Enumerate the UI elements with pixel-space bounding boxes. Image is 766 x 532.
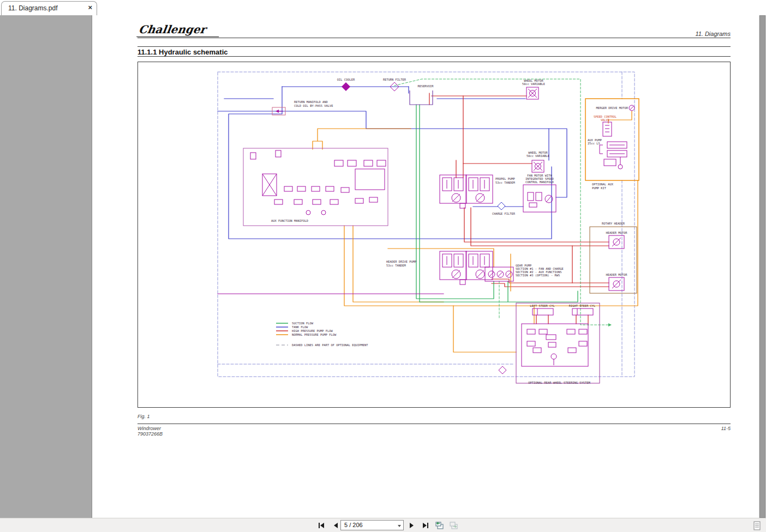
svg-text:DASHED LINES ARE PART OF OPTIO: DASHED LINES ARE PART OF OPTIONAL EQUIPM…	[292, 343, 368, 347]
document-outline-icon	[753, 521, 761, 530]
svg-text:MERGER DRIVE MOTOR: MERGER DRIVE MOTOR	[596, 106, 629, 110]
footer-page-ref: 11-5	[137, 426, 731, 431]
first-page-icon	[318, 522, 325, 529]
fan-motor-manifold: FAN MOTOR WITH INTEGRATED SPEED CONTROL …	[523, 174, 556, 212]
svg-text:OPTIONAL REAR WHEEL STEERING S: OPTIONAL REAR WHEEL STEERING SYSTEM	[528, 381, 590, 384]
rear-wheel-steering: LEFT STEER CYL RIGHT STEER CYL OPTIONAL …	[499, 303, 600, 384]
optional-suction-path	[394, 79, 612, 327]
reservoir: RESERVOIR	[410, 84, 434, 105]
next-page-icon	[408, 522, 416, 529]
footer-rule	[137, 424, 731, 424]
last-page-icon	[422, 522, 429, 529]
footer-part-number: 79037266B	[137, 431, 163, 437]
svg-text:VALVE: VALVE	[601, 118, 609, 122]
svg-text:TANK FLOW: TANK FLOW	[292, 325, 308, 329]
close-icon[interactable]: ×	[88, 3, 92, 11]
header-rule-1	[137, 38, 731, 38]
svg-text:53cc TANDEM: 53cc TANDEM	[386, 264, 406, 267]
rotary-header: ROTARY HEADER HEADER MOTOR HEADER MOTOR	[590, 222, 637, 293]
next-view-icon	[449, 521, 459, 530]
figure-caption: Fig. 1	[137, 414, 150, 419]
previous-page-button[interactable]	[330, 520, 342, 531]
header-rule-3	[137, 56, 731, 57]
return-filter: RETURN FILTER	[383, 78, 406, 91]
next-view-button[interactable]	[448, 520, 460, 531]
svg-text:OPTIONAL AUX: OPTIONAL AUX	[592, 183, 614, 186]
tab-bar: 11. Diagrams.pdf ×	[0, 0, 766, 15]
wheel-motor-2: WHEEL MOTOR 50cc VARIABLE	[526, 151, 549, 172]
chevron-down-icon[interactable]	[398, 525, 401, 527]
hydraulic-schematic: OIL COOLER RETURN FILTER RESERVOIR WHEEL…	[138, 62, 730, 407]
svg-text:HEADER DRIVE PUMP: HEADER DRIVE PUMP	[386, 260, 416, 263]
previous-view-button[interactable]	[434, 520, 446, 531]
svg-text:LEFT STEER CYL: LEFT STEER CYL	[530, 304, 554, 307]
propel-pump: PROPEL PUMP 53cc TANDEM	[440, 175, 515, 208]
svg-text:PROPEL PUMP: PROPEL PUMP	[495, 177, 515, 180]
svg-text:NORMAL PRESSURE PUMP FLOW: NORMAL PRESSURE PUMP FLOW	[292, 333, 337, 336]
svg-text:HEADER MOTOR: HEADER MOTOR	[606, 231, 628, 234]
svg-text:RIGHT STEER CYL: RIGHT STEER CYL	[569, 304, 596, 307]
gear-pump: GEAR PUMP SECTION #1 - FAN AND CHARGE SE…	[485, 264, 564, 281]
svg-text:COLD OIL BY-PASS VALVE: COLD OIL BY-PASS VALVE	[294, 104, 333, 107]
oil-cooler: OIL COOLER	[337, 78, 355, 91]
svg-text:PUMP KIT: PUMP KIT	[592, 186, 607, 190]
svg-text:OIL COOLER: OIL COOLER	[337, 78, 355, 81]
return-manifold: RETURN MANIFOLD AND COLD OIL BY-PASS VAL…	[272, 100, 333, 115]
svg-text:50cc VARIABLE: 50cc VARIABLE	[522, 82, 545, 86]
svg-text:50cc VARIABLE: 50cc VARIABLE	[526, 154, 549, 158]
svg-text:ROTARY HEADER: ROTARY HEADER	[602, 222, 625, 225]
header-rule-2	[137, 46, 731, 47]
vertical-scrollbar[interactable]	[759, 15, 766, 518]
thumbnail-pane	[0, 15, 92, 518]
svg-text:CHARGE FILTER: CHARGE FILTER	[492, 212, 516, 215]
svg-text:RETURN FILTER: RETURN FILTER	[383, 78, 406, 81]
tab-title: 11. Diagrams.pdf	[8, 4, 58, 12]
page-number-input[interactable]: 5 / 206	[340, 520, 404, 530]
tab-diagrams-pdf[interactable]: 11. Diagrams.pdf ×	[1, 1, 97, 16]
svg-text:RETURN MANIFOLD AND: RETURN MANIFOLD AND	[294, 100, 328, 104]
legend: SUCTION FLOW TANK FLOW HIGH PRESSURE PUM…	[276, 322, 368, 347]
outline-panel-button[interactable]	[751, 520, 763, 531]
scrollbar-thumb[interactable]	[759, 15, 765, 518]
high-pressure-lines	[429, 93, 609, 324]
svg-text:SUCTION FLOW: SUCTION FLOW	[292, 322, 314, 325]
svg-text:25cc LS: 25cc LS	[588, 142, 600, 145]
optional-aux-pump-kit: MERGER DRIVE MOTOR SPEED CONTROL VALVE A…	[585, 99, 639, 190]
svg-text:SECTION #3 (OPTION) - RWS: SECTION #3 (OPTION) - RWS	[516, 274, 560, 277]
tank-flow-lines	[218, 87, 567, 239]
header-drive-pump: HEADER DRIVE PUMP 53cc TANDEM	[386, 251, 493, 285]
section-heading: 11.1.1 Hydraulic schematic	[137, 48, 228, 56]
charge-filter: CHARGE FILTER	[492, 202, 516, 215]
previous-page-icon	[332, 522, 339, 529]
first-page-button[interactable]	[315, 520, 327, 531]
svg-text:AUX FUNCTION MANIFOLD: AUX FUNCTION MANIFOLD	[271, 219, 308, 222]
next-page-button[interactable]	[406, 520, 418, 531]
svg-text:HIGH PRESSURE PUMP FLOW: HIGH PRESSURE PUMP FLOW	[292, 329, 333, 332]
normal-pressure-lines	[313, 111, 638, 352]
previous-view-icon	[435, 521, 445, 530]
suction-flow-lines	[416, 105, 578, 318]
svg-text:RESERVOIR: RESERVOIR	[417, 84, 434, 88]
running-header: 11. Diagrams	[137, 31, 731, 37]
page-indicator: 5 / 206	[344, 522, 363, 528]
navigation-toolbar: 5 / 206	[0, 518, 766, 532]
figure-frame: OIL COOLER RETURN FILTER RESERVOIR WHEEL…	[137, 62, 731, 408]
svg-text:53cc TANDEM: 53cc TANDEM	[495, 181, 515, 184]
aux-function-manifold: AUX FUNCTION MANIFOLD	[243, 148, 388, 226]
svg-text:CONTROL MANIFOLD: CONTROL MANIFOLD	[525, 180, 554, 184]
svg-text:HEADER MOTOR: HEADER MOTOR	[606, 273, 628, 276]
last-page-button[interactable]	[420, 520, 432, 531]
